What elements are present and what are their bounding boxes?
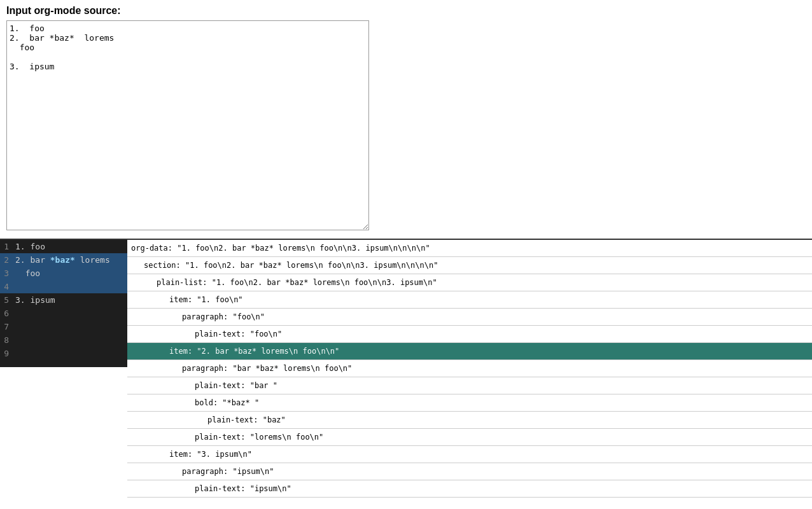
tree-node-label: plain-text: "lorems\n foo\n": [191, 433, 327, 442]
line-content: [13, 333, 15, 347]
code-line: 22. bar *baz* lorems: [0, 253, 127, 267]
tree-node-label: paragraph: "bar *baz* lorems\n foo\n": [178, 364, 356, 373]
tree-node-bold[interactable]: bold: "*baz* ": [127, 394, 812, 412]
line-content: [13, 347, 15, 360]
input-area-wrapper: 1. foo 2. bar *baz* lorems foo 3. ipsum: [6, 20, 369, 230]
code-panel: 11. foo22. bar *baz* lorems3 foo453. ips…: [0, 240, 127, 367]
code-line: 6: [0, 307, 127, 320]
tree-node-org-data[interactable]: org-data: "1. foo\n2. bar *baz* lorems\n…: [127, 240, 812, 257]
line-content: foo: [13, 267, 40, 280]
line-content: [13, 280, 15, 293]
bottom-section: 11. foo22. bar *baz* lorems3 foo453. ips…: [0, 240, 812, 498]
tree-node-label: item: "1. foo\n": [165, 295, 247, 304]
top-section: Input org-mode source: 1. foo 2. bar *ba…: [0, 0, 812, 240]
code-line: 9: [0, 347, 127, 360]
tree-node-item-1[interactable]: item: "1. foo\n": [127, 291, 812, 309]
tree-node-label: paragraph: "ipsum\n": [178, 467, 278, 476]
source-textarea[interactable]: 1. foo 2. bar *baz* lorems foo 3. ipsum: [6, 20, 369, 230]
line-number: 3: [0, 267, 13, 280]
line-content: [13, 320, 15, 333]
tree-node-plain-text-1[interactable]: plain-text: "foo\n": [127, 326, 812, 343]
tree-node-label: section: "1. foo\n2. bar *baz* lorems\n …: [140, 261, 442, 270]
line-number: 7: [0, 320, 13, 333]
tree-node-label: plain-text: "foo\n": [191, 330, 286, 338]
tree-node-paragraph-1[interactable]: paragraph: "foo\n": [127, 309, 812, 326]
code-line: 4: [0, 280, 127, 293]
code-line: 8: [0, 333, 127, 347]
tree-panel: org-data: "1. foo\n2. bar *baz* lorems\n…: [127, 240, 812, 498]
line-number: 5: [0, 293, 13, 307]
tree-node-section[interactable]: section: "1. foo\n2. bar *baz* lorems\n …: [127, 257, 812, 274]
tree-node-plain-text-lorems[interactable]: plain-text: "lorems\n foo\n": [127, 429, 812, 446]
code-line: 11. foo: [0, 240, 127, 253]
tree-node-label: plain-text: "ipsum\n": [191, 484, 295, 493]
tree-node-label: plain-text: "bar ": [191, 381, 281, 390]
code-line: 3 foo: [0, 267, 127, 280]
line-number: 1: [0, 240, 13, 253]
line-number: 9: [0, 347, 13, 360]
line-content: [13, 307, 15, 320]
tree-node-label: paragraph: "foo\n": [178, 312, 269, 321]
tree-node-label: item: "2. bar *baz* lorems\n foo\n\n": [165, 347, 343, 356]
tree-node-item-2[interactable]: item: "2. bar *baz* lorems\n foo\n\n": [127, 343, 812, 360]
code-line: 53. ipsum: [0, 293, 127, 307]
page-title: Input org-mode source:: [6, 5, 806, 17]
tree-node-plain-text-baz[interactable]: plain-text: "baz": [127, 412, 812, 429]
line-content: 1. foo: [13, 240, 45, 253]
tree-node-item-3[interactable]: item: "3. ipsum\n": [127, 446, 812, 463]
line-number: 8: [0, 333, 13, 347]
tree-node-label: plain-list: "1. foo\n2. bar *baz* lorems…: [153, 278, 441, 287]
tree-node-label: plain-text: "baz": [204, 415, 290, 424]
line-content: 3. ipsum: [13, 293, 55, 307]
line-number: 4: [0, 280, 13, 293]
tree-node-plain-text-ipsum[interactable]: plain-text: "ipsum\n": [127, 480, 812, 498]
tree-node-label: org-data: "1. foo\n2. bar *baz* lorems\n…: [127, 244, 434, 253]
line-number: 6: [0, 307, 13, 320]
tree-node-paragraph-3[interactable]: paragraph: "ipsum\n": [127, 463, 812, 480]
tree-node-plain-list[interactable]: plain-list: "1. foo\n2. bar *baz* lorems…: [127, 274, 812, 291]
tree-node-label: bold: "*baz* ": [191, 398, 263, 407]
line-content: 2. bar *baz* lorems: [13, 253, 110, 267]
code-line: 7: [0, 320, 127, 333]
line-number: 2: [0, 253, 13, 267]
tree-node-paragraph-2[interactable]: paragraph: "bar *baz* lorems\n foo\n": [127, 360, 812, 377]
tree-node-plain-text-2[interactable]: plain-text: "bar ": [127, 377, 812, 394]
tree-node-label: item: "3. ipsum\n": [165, 450, 256, 459]
